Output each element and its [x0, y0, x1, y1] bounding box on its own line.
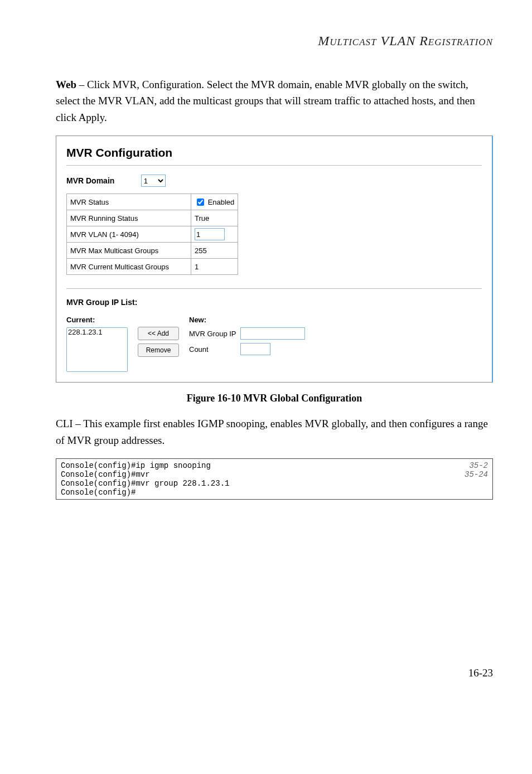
mvr-domain-label: MVR Domain: [66, 176, 139, 185]
mvr-settings-table: MVR Status Enabled MVR Running Status Tr…: [66, 194, 238, 275]
count-input[interactable]: [240, 343, 270, 355]
table-row: MVR Status Enabled: [67, 194, 238, 210]
figure-caption: Figure 16-10 MVR Global Configuration: [56, 393, 493, 404]
mvr-vlan-input[interactable]: [195, 228, 225, 240]
cli-intro-paragraph: CLI – This example first enables IGMP sn…: [56, 415, 493, 448]
cli-page-refs: 35-2 35-24: [465, 461, 488, 497]
panel-title: MVR Configuration: [66, 146, 482, 159]
intro-lead: Web: [56, 79, 76, 90]
current-group-list[interactable]: 228.1.23.1: [66, 327, 128, 372]
add-button[interactable]: << Add: [138, 327, 179, 340]
mvr-group-ip-label: MVR Group IP: [189, 330, 238, 338]
mvr-vlan-label: MVR VLAN (1- 4094): [67, 226, 191, 243]
table-row: MVR Running Status True: [67, 210, 238, 226]
list-item[interactable]: 228.1.23.1: [67, 328, 127, 337]
page-number: 16-23: [56, 667, 493, 679]
count-label: Count: [189, 345, 238, 354]
mvr-status-checkbox[interactable]: [197, 199, 204, 206]
mvr-current-value: 1: [191, 259, 238, 275]
mvr-status-label: MVR Status: [67, 194, 191, 210]
mvr-max-value: 255: [191, 243, 238, 259]
mvr-domain-select[interactable]: 1: [141, 175, 166, 187]
mvr-running-label: MVR Running Status: [67, 210, 191, 226]
mvr-status-enabled-text: Enabled: [208, 198, 235, 206]
new-heading: New:: [189, 316, 305, 324]
mvr-config-panel: MVR Configuration MVR Domain 1 MVR Statu…: [56, 136, 493, 383]
cli-example-block: Console(config)#ip igmp snooping Console…: [56, 458, 493, 500]
table-row: MVR Max Multicast Groups 255: [67, 243, 238, 259]
intro-paragraph: Web – Click MVR, Configuration. Select t…: [56, 76, 493, 125]
mvr-max-label: MVR Max Multicast Groups: [67, 243, 191, 259]
section-header: Multicast VLAN Registration: [56, 33, 493, 49]
cli-commands: Console(config)#ip igmp snooping Console…: [61, 461, 465, 497]
divider: [66, 165, 482, 166]
divider: [66, 288, 482, 289]
intro-text: – Click MVR, Configuration. Select the M…: [56, 79, 475, 123]
mvr-running-value: True: [191, 210, 238, 226]
table-row: MVR VLAN (1- 4094): [67, 226, 238, 243]
table-row: MVR Current Multicast Groups 1: [67, 259, 238, 275]
remove-button[interactable]: Remove: [138, 344, 179, 357]
mvr-group-ip-input[interactable]: [240, 327, 305, 340]
group-list-heading: MVR Group IP List:: [66, 298, 482, 307]
current-heading: Current:: [66, 316, 128, 324]
mvr-current-label: MVR Current Multicast Groups: [67, 259, 191, 275]
